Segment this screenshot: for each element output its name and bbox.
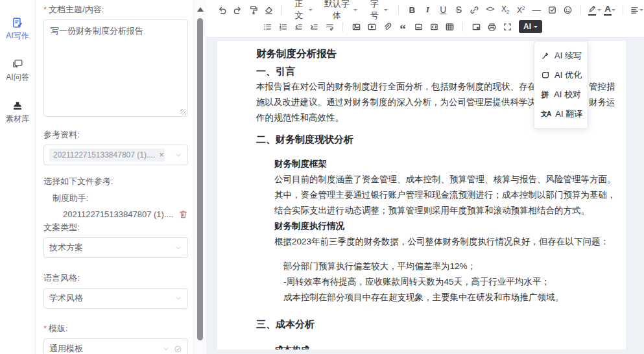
doc-h2: 二、财务制度现状分析	[256, 131, 615, 147]
bullet-list-icon[interactable]	[259, 19, 275, 34]
ordered-list-icon	[278, 22, 288, 32]
clear-format-icon	[264, 5, 274, 15]
ai-dropdown-menu: AI 续写AI 优化拼AI 校对文AAI 翻译	[534, 41, 588, 129]
sidebar-item-library[interactable]: 素材库	[6, 100, 29, 124]
sidebar-item-ai-qa[interactable]: AI问答	[6, 58, 29, 83]
horizontal-rule-icon[interactable]: —	[529, 2, 544, 18]
caret-down-icon	[597, 9, 601, 13]
color-indicator-bar	[588, 14, 596, 16]
link-icon[interactable]	[466, 2, 482, 18]
scrollbar-thumb[interactable]	[197, 18, 203, 340]
chevron-down-icon	[174, 244, 182, 252]
print-icon[interactable]	[484, 19, 499, 34]
reference-label: 参考资料:	[43, 129, 188, 141]
undo-icon	[217, 5, 227, 15]
indent-icon[interactable]	[306, 19, 322, 34]
subscript-icon[interactable]: X2	[497, 2, 513, 18]
sidebar-item-ai-write[interactable]: AI写作	[6, 17, 29, 41]
font-family-dropdown[interactable]: 默认字体	[318, 2, 363, 18]
superscript-icon[interactable]: X2	[513, 2, 529, 18]
doc-type-select[interactable]: 技术方案	[43, 237, 188, 258]
topic-label: *文档主题/内容:	[43, 4, 188, 16]
app-window: AI写作AI问答素材库 *文档主题/内容: 写一份财务制度分析报告 参考资料: …	[0, 0, 644, 354]
ai-menu-item[interactable]: 文AAI 翻译	[534, 104, 588, 124]
outdent-icon[interactable]	[291, 19, 306, 34]
table-icon[interactable]	[442, 19, 457, 34]
blockquote-icon[interactable]: “	[395, 19, 411, 34]
align-icon[interactable]	[628, 2, 644, 18]
line-break-icon	[325, 22, 335, 32]
editor-area: 正文默认字体字号BIUS<>X2X2—A “AI 财务制度分析报告一、引言本报告…	[206, 0, 644, 354]
trash-icon[interactable]	[178, 209, 188, 219]
ai-button-label: AI	[523, 22, 531, 31]
color-indicator-bar	[604, 14, 612, 16]
ai-continue-icon	[541, 51, 550, 60]
toolbar-separator	[580, 5, 581, 15]
strikethrough-icon[interactable]: S	[451, 2, 466, 18]
clear-format-icon[interactable]	[261, 2, 276, 18]
doc-p2: 部分部门预算执行偏差较大，平均偏差率为12%；	[283, 259, 615, 274]
divider-icon	[414, 22, 423, 32]
textarea-resize-handle[interactable]	[180, 109, 186, 115]
template-select[interactable]: 通用模板	[43, 338, 188, 354]
caret-down-icon	[534, 26, 538, 30]
toolbar-separator	[623, 5, 623, 15]
redo-icon[interactable]	[230, 2, 245, 18]
reference-select[interactable]: 2021122715133847807 (1).... ×	[43, 145, 188, 165]
emoji-icon[interactable]	[560, 2, 575, 18]
ai-translate-icon: 文A	[541, 110, 551, 119]
ai-optimize-icon	[541, 71, 550, 80]
check-circle-icon	[174, 345, 182, 353]
paragraph-style-dropdown[interactable]: 正文	[287, 2, 318, 18]
inline-code-icon[interactable]: <>	[482, 2, 497, 18]
code-block-icon[interactable]	[426, 19, 442, 34]
link-icon	[470, 5, 479, 15]
font-color-icon[interactable]: A	[602, 2, 617, 18]
page-mode-icon[interactable]	[468, 19, 484, 34]
topic-textarea[interactable]: 写一份财务制度分析报告	[43, 19, 188, 117]
blockquote-icon: “	[400, 26, 406, 32]
underline-icon[interactable]: U	[435, 2, 451, 18]
format-painter-icon	[248, 5, 258, 15]
ai-menu-item[interactable]: 拼AI 校对	[534, 85, 588, 104]
ai-menu-item-label: AI 翻译	[555, 108, 582, 120]
chevron-down-icon	[174, 151, 182, 159]
undo-icon[interactable]	[214, 2, 230, 18]
tag-close-icon[interactable]: ×	[159, 152, 164, 158]
toolbar-row-2: “AI	[214, 18, 644, 35]
file-reference-row: 2021122715133847807 (1)....	[43, 209, 188, 219]
language-style-select[interactable]: 学术风格	[43, 288, 188, 309]
ai-dropdown-button[interactable]: AI	[519, 20, 542, 33]
table-icon	[445, 22, 455, 32]
doc-p2: -周转效率有待提高，应收账款周转天数为45天，高于行业平均水平；	[283, 274, 615, 290]
ai-menu-item-label: AI 续写	[555, 50, 582, 62]
ai-menu-item[interactable]: AI 续写	[534, 46, 588, 65]
doc-p1: 根据2023年前三季度的财务数据，公司整体财务制度执行情况良好，但存在以下问题：	[274, 234, 615, 250]
horizontal-rule-icon: —	[532, 5, 542, 15]
page-mode-icon	[471, 22, 481, 32]
ai-menu-item[interactable]: AI 优化	[534, 65, 588, 85]
format-painter-icon[interactable]	[245, 2, 261, 18]
attachment-icon[interactable]	[379, 19, 395, 34]
scroll-up-arrow[interactable]	[197, 4, 204, 12]
redo-icon	[233, 5, 243, 15]
italic-icon[interactable]: I	[420, 2, 435, 18]
font-size-dropdown[interactable]: 字号	[363, 2, 393, 18]
highlight-color-icon[interactable]	[586, 2, 602, 18]
divider-icon[interactable]	[411, 19, 426, 34]
bold-icon[interactable]: B	[404, 2, 420, 18]
line-break-icon[interactable]	[322, 19, 337, 34]
image-icon[interactable]	[348, 19, 364, 34]
outdent-icon	[294, 22, 304, 32]
fullscreen-icon[interactable]	[499, 19, 515, 34]
task-list-icon[interactable]	[544, 2, 560, 18]
video-icon	[367, 22, 377, 32]
bullet-list-icon	[263, 22, 272, 32]
video-icon[interactable]	[364, 19, 379, 34]
toolbar-row-1: 正文默认字体字号BIUS<>X2X2—A	[214, 1, 644, 18]
toolbar-separator	[342, 22, 343, 32]
emoji-icon	[563, 5, 573, 15]
ordered-list-icon[interactable]	[275, 19, 291, 34]
caret-down-icon	[309, 9, 313, 13]
caret-down-icon	[639, 9, 643, 13]
